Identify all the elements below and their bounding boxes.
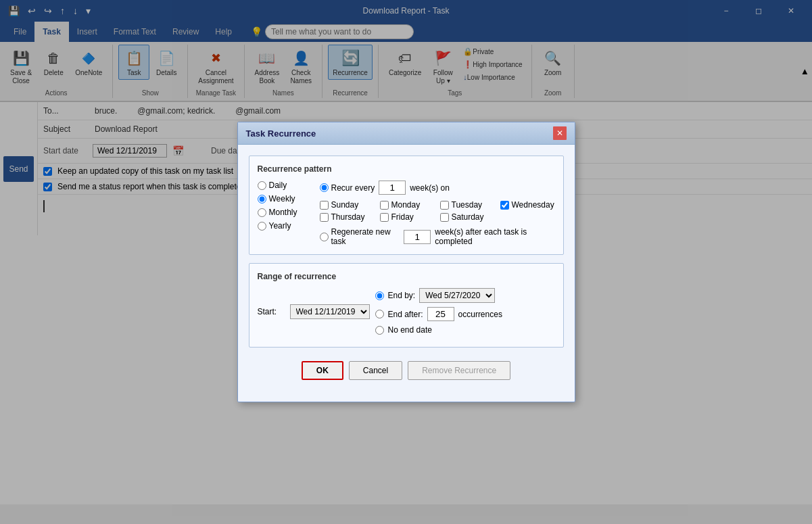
sunday-checkbox[interactable] <box>320 201 329 210</box>
pattern-radio-group: Daily Weekly Monthly Yearly <box>258 181 312 246</box>
saturday-check[interactable]: Saturday <box>440 212 495 222</box>
end-by-label: End by: <box>388 291 416 300</box>
dialog-title: Task Recurrence <box>246 128 316 139</box>
task-recurrence-dialog: Task Recurrence ✕ Recurrence pattern Dai… <box>237 122 575 402</box>
end-by-radio-label[interactable]: End by: <box>375 291 416 300</box>
range-end-options: End by: Wed 5/27/2020 End after: <box>375 288 555 335</box>
week-on-label: week(s) on <box>410 183 450 193</box>
regenerate-suffix: week(s) after each task is completed <box>435 227 554 246</box>
no-end-date-label: No end date <box>388 325 432 335</box>
remove-recurrence-button[interactable]: Remove Recurrence <box>408 361 510 380</box>
wednesday-label: Wednesday <box>512 200 554 210</box>
recur-every-text: Recur every <box>331 183 375 193</box>
friday-checkbox[interactable] <box>380 213 389 222</box>
weekly-radio[interactable] <box>258 195 266 204</box>
dialog-title-bar: Task Recurrence ✕ <box>238 122 575 145</box>
recurrence-pattern-label: Recurrence pattern <box>258 164 555 174</box>
end-by-option: End by: Wed 5/27/2020 <box>375 288 555 303</box>
dialog-buttons: OK Cancel Remove Recurrence <box>249 356 564 391</box>
thursday-label: Thursday <box>331 212 365 222</box>
monday-checkbox[interactable] <box>380 201 389 210</box>
end-after-radio-label[interactable]: End after: <box>375 310 423 319</box>
end-by-radio[interactable] <box>375 291 384 300</box>
weekly-options: Recur every week(s) on Sunday <box>320 181 555 246</box>
friday-label: Friday <box>391 212 414 222</box>
thursday-checkbox[interactable] <box>320 213 329 222</box>
tuesday-check[interactable]: Tuesday <box>440 200 495 210</box>
cancel-button[interactable]: Cancel <box>349 361 402 380</box>
day-checkboxes: Sunday Monday Tuesday <box>320 200 555 222</box>
monday-check[interactable]: Monday <box>380 200 435 210</box>
dialog-overlay: Task Recurrence ✕ Recurrence pattern Dai… <box>0 0 812 504</box>
recur-every-input[interactable] <box>379 181 406 195</box>
recur-every-row: Recur every week(s) on <box>320 181 555 195</box>
occurrences-label: occurrences <box>458 310 502 319</box>
regenerate-row: Regenerate new task week(s) after each t… <box>320 227 555 246</box>
yearly-option[interactable]: Yearly <box>258 221 312 231</box>
monday-label: Monday <box>391 200 421 210</box>
yearly-radio[interactable] <box>258 222 266 231</box>
saturday-label: Saturday <box>452 212 484 222</box>
no-end-date-option: No end date <box>375 325 555 335</box>
regenerate-text: Regenerate new task <box>331 227 400 246</box>
dialog-body: Recurrence pattern Daily Weekly <box>238 145 575 402</box>
range-start-row: Start: Wed 12/11/2019 End by: Wed 5/27/2… <box>258 288 555 335</box>
regenerate-radio-label[interactable]: Regenerate new task <box>320 227 400 246</box>
dialog-close-button[interactable]: ✕ <box>553 126 567 140</box>
daily-option[interactable]: Daily <box>258 181 312 190</box>
weekly-label: Weekly <box>269 194 295 204</box>
sunday-check[interactable]: Sunday <box>320 200 375 210</box>
end-after-input[interactable] <box>427 307 454 321</box>
end-after-label: End after: <box>388 310 423 319</box>
wednesday-check[interactable]: Wednesday <box>500 200 555 210</box>
regenerate-radio[interactable] <box>320 233 329 241</box>
monthly-radio[interactable] <box>258 208 266 217</box>
ok-button[interactable]: OK <box>302 361 343 380</box>
end-after-radio[interactable] <box>375 310 384 318</box>
recurrence-options: Daily Weekly Monthly Yearly <box>258 181 555 246</box>
weekly-option[interactable]: Weekly <box>258 194 312 204</box>
start-range-label: Start: <box>258 307 285 316</box>
recurrence-pattern-section: Recurrence pattern Daily Weekly <box>249 156 564 255</box>
range-section-label: Range of recurrence <box>258 272 555 281</box>
daily-label: Daily <box>269 181 287 190</box>
no-end-date-radio-label[interactable]: No end date <box>375 325 432 335</box>
recur-every-radio[interactable] <box>320 183 329 192</box>
tuesday-checkbox[interactable] <box>440 201 449 210</box>
monthly-label: Monthly <box>269 208 297 217</box>
end-after-option: End after: occurrences <box>375 307 555 321</box>
friday-check[interactable]: Friday <box>380 212 435 222</box>
start-range-select[interactable]: Wed 12/11/2019 <box>290 304 370 319</box>
sunday-label: Sunday <box>331 200 359 210</box>
no-end-date-radio[interactable] <box>375 326 384 335</box>
yearly-label: Yearly <box>269 221 291 231</box>
daily-radio[interactable] <box>258 181 266 190</box>
tuesday-label: Tuesday <box>452 200 483 210</box>
monthly-option[interactable]: Monthly <box>258 208 312 217</box>
thursday-check[interactable]: Thursday <box>320 212 375 222</box>
saturday-checkbox[interactable] <box>440 213 449 222</box>
end-by-select[interactable]: Wed 5/27/2020 <box>419 288 495 303</box>
range-of-recurrence-section: Range of recurrence Start: Wed 12/11/201… <box>249 263 564 348</box>
wednesday-checkbox[interactable] <box>500 201 509 210</box>
regenerate-input[interactable] <box>404 230 431 244</box>
recur-every-radio-label[interactable]: Recur every <box>320 183 375 193</box>
